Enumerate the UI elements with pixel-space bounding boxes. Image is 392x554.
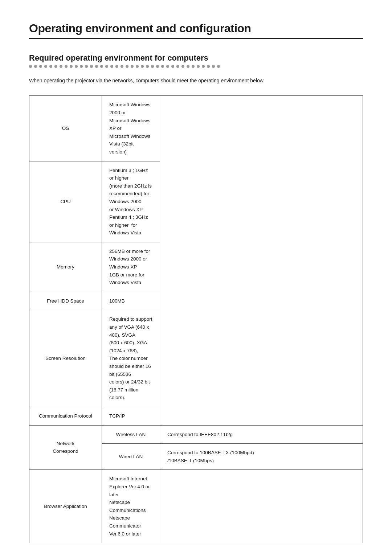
title-divider xyxy=(29,38,363,39)
network-header: NetworkCorrespond xyxy=(29,425,102,470)
wireless-lan-value: Correspond to IEEE802.11b/g xyxy=(160,425,363,444)
dots-divider xyxy=(29,65,363,68)
wireless-lan-label: Wireless LAN xyxy=(102,425,160,444)
hdd-label: Free HDD Space xyxy=(29,292,102,310)
network-wireless-row: NetworkCorrespond Wireless LAN Correspon… xyxy=(29,425,363,444)
table-row: Communication Protocol TCP/IP xyxy=(29,407,363,425)
resolution-value: Required to support any of VGA (640 x 48… xyxy=(102,310,160,407)
browser-label: Browser Application xyxy=(29,470,102,543)
cpu-value: Pentium 3 ; 1GHz or higher (more than 2G… xyxy=(102,161,160,242)
browser-value: Microsoft Internet Explorer Ver.4.0 or l… xyxy=(102,470,160,543)
protocol-label: Communication Protocol xyxy=(29,407,102,425)
table-row: Free HDD Space 100MB xyxy=(29,292,363,310)
page-title: Operating environment and configuration xyxy=(29,22,363,35)
cpu-label: CPU xyxy=(29,161,102,242)
section-title: Required operating environment for compu… xyxy=(29,53,363,63)
table-row: Memory 256MB or more for Windows 2000 or… xyxy=(29,242,363,292)
table-row: OS Microsoft Windows 2000 or Microsoft W… xyxy=(29,96,363,161)
wired-lan-label: Wired LAN xyxy=(102,444,160,470)
hdd-value: 100MB xyxy=(102,292,160,310)
memory-label: Memory xyxy=(29,242,102,292)
protocol-value: TCP/IP xyxy=(102,407,160,425)
os-label: OS xyxy=(29,96,102,161)
table-row: Screen Resolution Required to support an… xyxy=(29,310,363,407)
resolution-label: Screen Resolution xyxy=(29,310,102,407)
spec-table: OS Microsoft Windows 2000 or Microsoft W… xyxy=(29,95,363,543)
table-row: CPU Pentium 3 ; 1GHz or higher (more tha… xyxy=(29,161,363,242)
wired-lan-value: Correspond to 100BASE-TX (100Mbpd) /10BA… xyxy=(160,444,363,470)
os-value: Microsoft Windows 2000 or Microsoft Wind… xyxy=(102,96,160,161)
memory-value: 256MB or more for Windows 2000 or Window… xyxy=(102,242,160,292)
intro-text: When operating the projector via the net… xyxy=(29,77,363,85)
table-row: Browser Application Microsoft Internet E… xyxy=(29,470,363,543)
